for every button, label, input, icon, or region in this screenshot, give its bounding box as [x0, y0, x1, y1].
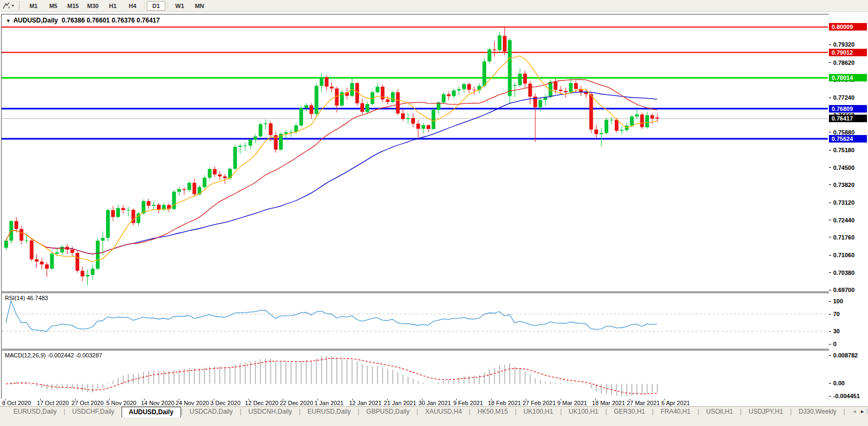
chart-tab-UK100-H1[interactable]: UK100,H1	[517, 407, 560, 417]
candle-body	[203, 178, 207, 188]
candle-body	[81, 271, 85, 276]
candle-body	[493, 49, 496, 50]
candle-body	[126, 210, 130, 211]
candle-body	[610, 120, 614, 121]
candle-body	[315, 86, 319, 114]
candle-body	[432, 110, 435, 129]
candle-body	[111, 210, 115, 217]
current-price-badge: 0.76417	[829, 115, 867, 122]
chart-tab-GER30-H1[interactable]: GER30,H1	[607, 407, 652, 417]
toolbar-grip-handle[interactable]	[19, 2, 20, 10]
chart-symbol-label: AUDUSD,Daily	[13, 17, 58, 24]
candle-body	[157, 205, 161, 210]
timeframe-button-M30[interactable]: M30	[84, 1, 102, 11]
chart-tab-UK100-H1[interactable]: UK100,H1	[562, 407, 605, 417]
price-tick-mark	[829, 237, 831, 237]
candle-body	[187, 183, 191, 190]
price-tick-mark	[829, 290, 831, 290]
candle-body	[35, 259, 39, 261]
main-chart-pane[interactable]: ▼AUDUSD,Daily 0.76386 0.76601 0.76376 0.…	[1, 14, 829, 292]
price-level-badge: 0.78014	[829, 74, 867, 81]
candle-body	[25, 241, 28, 241]
tab-scroll-buttons: ◄ ►	[850, 407, 867, 416]
price-level-badge: 0.76809	[829, 105, 867, 113]
candlestick-chart[interactable]	[2, 14, 828, 290]
cursor-tool-button[interactable]: ▾	[0, 0, 16, 11]
chart-tab-FRA40-H1[interactable]: FRA40,H1	[654, 407, 698, 417]
candle-body	[376, 87, 380, 92]
candle-body	[569, 83, 573, 92]
chart-tab-DJ30-Weekly[interactable]: DJ30,Weekly	[792, 407, 843, 417]
timeframe-button-M5[interactable]: M5	[44, 1, 63, 11]
candle-body	[71, 250, 74, 253]
timeframe-button-M1[interactable]: M1	[24, 1, 43, 11]
timeframe-button-group: M1M5M15M30H1H4D1W1MN	[24, 1, 209, 11]
chart-tab-USDCHF-Daily[interactable]: USDCHF,Daily	[65, 407, 122, 417]
date-label: 24 Nov 2020	[176, 400, 209, 406]
chart-tab-EURUSD-Daily[interactable]: EURUSD,Daily	[6, 407, 64, 417]
chart-tab-USDCNH-Daily[interactable]: USDCNH,Daily	[241, 407, 299, 417]
rsi-chart[interactable]	[2, 293, 828, 348]
price-tick-label: 0.79320	[833, 41, 855, 48]
price-tick-mark	[829, 167, 831, 168]
candle-body	[40, 261, 44, 264]
timeframe-toolbar: ▾ M1M5M15M30H1H4D1W1MN	[0, 0, 868, 12]
candle-body	[559, 89, 563, 91]
candle-body	[417, 124, 420, 129]
date-label: 1 Jan 2021	[314, 400, 343, 406]
candle-body	[218, 174, 222, 176]
date-label: 18 Feb 2021	[488, 400, 521, 406]
timeframe-button-D1[interactable]: D1	[147, 1, 165, 11]
status-strip	[0, 417, 868, 426]
chart-tab-XAUUSD-H4[interactable]: XAUUSD,H4	[418, 407, 469, 417]
price-axis[interactable]: 0.793200.786200.779400.772400.765600.758…	[829, 14, 868, 406]
macd-chart[interactable]	[2, 350, 828, 398]
chart-tab-USOil-H1[interactable]: USOil,H1	[699, 407, 740, 417]
macd-tick-mark	[829, 355, 831, 356]
timeframe-button-M15[interactable]: M15	[64, 1, 82, 11]
date-label: 8 Oct 2020	[2, 400, 31, 406]
chart-tab-USDCAD-Daily[interactable]: USDCAD,Daily	[183, 407, 240, 417]
candle-body	[615, 120, 618, 131]
timeframe-button-MN[interactable]: MN	[190, 1, 209, 11]
candle-body	[20, 229, 24, 241]
candle-body	[14, 221, 18, 229]
candle-body	[122, 208, 125, 210]
price-tick-label: 0.69700	[833, 286, 855, 294]
candle-body	[193, 183, 197, 194]
timeframe-button-H1[interactable]: H1	[103, 1, 122, 11]
chart-tab-GBPUSD-Daily[interactable]: GBPUSD,Daily	[359, 407, 417, 417]
price-level-badge: 0.79012	[829, 49, 867, 56]
chart-tab-bar: EURUSD,Daily|USDCHF,DailyAUDUSD,Daily|US…	[0, 406, 868, 417]
candle-body	[590, 94, 593, 130]
timeframe-button-W1[interactable]: W1	[170, 1, 189, 11]
date-axis[interactable]: 8 Oct 202017 Oct 202027 Oct 20205 Nov 20…	[1, 399, 828, 406]
candle-body	[4, 241, 8, 248]
candle-body	[427, 125, 431, 129]
candle-body	[30, 241, 34, 259]
chart-tab-AUDUSD-Daily[interactable]: AUDUSD,Daily	[122, 407, 181, 417]
price-tick-label: 0.77240	[833, 94, 855, 101]
candle-body	[86, 275, 89, 276]
tab-scroll-left-icon[interactable]: ◄	[852, 409, 857, 414]
rsi-indicator-pane[interactable]: RSI(14) 46.7483	[1, 293, 829, 349]
tab-scroll-right-icon[interactable]: ►	[860, 409, 865, 414]
price-tick-mark	[829, 62, 831, 63]
date-label: 5 Nov 2020	[106, 400, 136, 406]
candle-body	[655, 117, 659, 118]
macd-indicator-pane[interactable]: MACD(12,26,9) -0.002442 -0.003287	[1, 350, 829, 399]
rsi-tick-label: 70	[833, 310, 840, 318]
price-tick-mark	[829, 203, 831, 203]
timeframe-button-H4[interactable]: H4	[123, 1, 142, 11]
chart-tab-HK50-M15[interactable]: HK50,M15	[471, 407, 515, 417]
chart-tab-EURUSD-Daily[interactable]: EURUSD,Daily	[300, 407, 358, 417]
price-tick-label: 0.73820	[833, 181, 855, 189]
candle-body	[386, 100, 390, 102]
date-label: 12 Dec 2020	[245, 400, 278, 406]
candle-body	[462, 84, 466, 89]
macd-tick-mark	[829, 383, 831, 384]
price-tick-label: 0.70380	[833, 269, 855, 276]
date-label: 22 Dec 2020	[280, 400, 313, 406]
chevron-down-icon[interactable]: ▾	[12, 3, 14, 8]
chart-tab-USDJPY-H1[interactable]: USDJPY,H1	[742, 407, 790, 417]
